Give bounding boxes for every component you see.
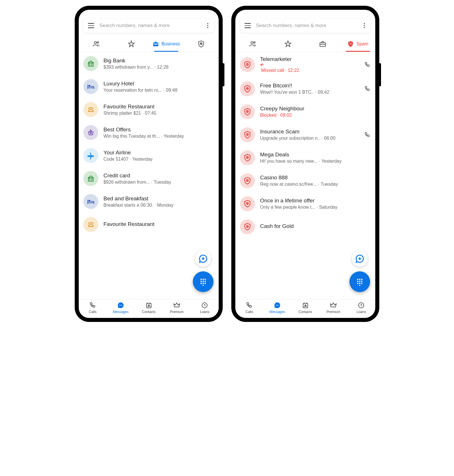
dialpad-fab[interactable] (349, 271, 370, 292)
list-item[interactable]: Once in a lifetime offer Only a few peop… (235, 192, 375, 215)
list-item[interactable]: Cash for Gold (235, 215, 375, 238)
tab-business[interactable]: Business (149, 36, 184, 52)
nav-premium[interactable]: Premium (163, 302, 191, 314)
item-title: Creepy Neighbour (260, 105, 371, 112)
item-subtitle: Your reservation for twin ro... · 09:48 (103, 88, 214, 93)
list-item[interactable]: Free Bitcoin!! Wow!! You've won 1 BTC.. … (235, 77, 375, 100)
svg-point-45 (359, 285, 361, 286)
menu-icon[interactable] (88, 23, 94, 28)
search-bar[interactable] (240, 18, 371, 33)
top-tabs: Business (79, 36, 219, 52)
list-item[interactable]: Mega Deals Hi! you have so many new... ·… (235, 146, 375, 169)
item-content: Bed and Breakfast Breakfast starts a 06:… (103, 195, 214, 208)
new-message-fab[interactable] (352, 251, 368, 267)
calendar-contact-icon (302, 302, 309, 309)
list-item[interactable]: Luxury Hotel Your reservation for twin r… (79, 75, 219, 98)
phone-frame-2: Spam Telemarketer Missed call · 12:22 Fr… (231, 6, 379, 322)
nav-calls[interactable]: Calls (79, 302, 107, 314)
item-subtitle: Upgrade your subscription n.. · 06:00 (260, 136, 359, 141)
basket-icon (83, 125, 98, 140)
item-title: Cash for Gold (260, 223, 371, 229)
shield-icon (240, 219, 255, 234)
item-title: Favourite Restaurant (103, 103, 214, 110)
item-content: Telemarketer Missed call · 12:22 (260, 56, 359, 73)
shield-icon (240, 81, 255, 96)
tab-spam[interactable] (184, 36, 219, 52)
list-item[interactable]: Insurance Scam Upgrade your subscription… (235, 123, 375, 146)
item-content: Your Airline Code 51407 · Yesterday (103, 149, 214, 162)
nav-messages[interactable]: Messages (263, 302, 291, 314)
search-input[interactable] (99, 23, 206, 28)
screen-1: Business Big Bank $393 withdrawn from y.… (79, 10, 219, 318)
list-item[interactable]: Telemarketer Missed call · 12:22 (235, 52, 375, 77)
list-item[interactable]: Favourite Restaurant (79, 213, 219, 236)
nav-loans[interactable]: ₹ Loans (191, 302, 219, 314)
item-subtitle: Hi! you have so many new... · Yesterday (260, 159, 371, 164)
list-item[interactable]: Casino 888 Reg now at casino.sc/free... … (235, 169, 375, 192)
list-item[interactable]: Best Offers Win big this Tuesday at th..… (79, 121, 219, 144)
shield-icon (197, 40, 205, 48)
nav-contacts[interactable]: Contacts (291, 302, 319, 314)
call-button[interactable] (364, 62, 371, 68)
call-button[interactable] (364, 132, 371, 138)
nav-contacts[interactable]: Contacts (135, 302, 163, 314)
svg-point-8 (205, 279, 206, 280)
item-content: Mega Deals Hi! you have so many new... ·… (260, 151, 371, 164)
tab-favorites[interactable] (270, 36, 305, 52)
item-content: Favourite Restaurant Shrimp platter $21 … (103, 103, 214, 116)
bank-icon (83, 171, 98, 186)
list-item[interactable]: Bed and Breakfast Breakfast starts a 06:… (79, 190, 219, 213)
shield-icon (347, 41, 354, 47)
dialpad-icon (199, 278, 207, 286)
svg-point-7 (203, 279, 204, 280)
food-icon (83, 217, 98, 232)
item-title: Your Airline (103, 149, 214, 156)
list-item[interactable]: Favourite Restaurant Shrimp platter $21 … (79, 98, 219, 121)
tab-favorites[interactable] (114, 36, 149, 52)
svg-rect-25 (320, 43, 326, 47)
phone-icon (89, 302, 96, 309)
svg-point-24 (254, 42, 255, 43)
svg-point-10 (203, 281, 204, 282)
tab-business[interactable] (305, 36, 340, 52)
item-content: Favourite Restaurant (103, 221, 214, 228)
message-icon (117, 302, 124, 309)
item-title: Bed and Breakfast (103, 195, 214, 202)
list-item[interactable]: Your Airline Code 51407 · Yesterday (79, 144, 219, 167)
svg-point-48 (278, 305, 279, 306)
item-subtitle: Breakfast starts a 06:30. · Monday (103, 203, 214, 208)
list-item[interactable]: Creepy Neighbour Blocked · 09:02 (235, 100, 375, 123)
new-message-fab[interactable] (195, 251, 211, 267)
svg-point-42 (357, 283, 359, 284)
nav-loans[interactable]: ₹ Loans (347, 302, 375, 314)
tab-label: Business (161, 41, 180, 47)
item-title: Free Bitcoin!! (260, 82, 359, 89)
more-icon[interactable] (206, 22, 209, 29)
svg-point-46 (276, 305, 277, 306)
nav-messages[interactable]: Messages (107, 302, 134, 314)
more-icon[interactable] (363, 22, 366, 29)
item-subtitle: Code 51407 · Yesterday (103, 157, 214, 162)
item-title: Mega Deals (260, 151, 371, 158)
tab-contacts[interactable] (235, 36, 270, 52)
dialpad-fab[interactable] (193, 271, 213, 292)
item-content: Once in a lifetime offer Only a few peop… (260, 197, 371, 210)
svg-point-41 (361, 281, 363, 282)
search-input[interactable] (256, 23, 363, 28)
tab-spam[interactable]: Spam (340, 36, 375, 52)
svg-point-14 (205, 283, 206, 284)
list-item[interactable]: Big Bank $393 withdrawn from y... · 12:2… (79, 52, 219, 75)
fab-container (349, 251, 370, 292)
tab-contacts[interactable] (79, 36, 114, 52)
search-bar[interactable] (83, 18, 214, 33)
list-item[interactable]: Credit card $926 withdrawn from... · Tue… (79, 167, 219, 190)
plane-icon (83, 148, 98, 163)
item-title: Luxury Hotel (103, 80, 214, 87)
call-button[interactable] (364, 86, 371, 92)
menu-icon[interactable] (245, 23, 251, 28)
nav-premium[interactable]: Premium (319, 302, 347, 314)
nav-calls[interactable]: Calls (235, 302, 263, 314)
briefcase-icon (152, 41, 159, 47)
svg-point-43 (359, 283, 361, 284)
item-title: Big Bank (103, 57, 214, 64)
